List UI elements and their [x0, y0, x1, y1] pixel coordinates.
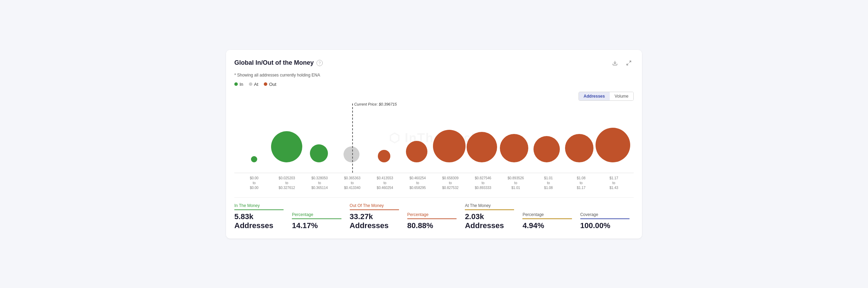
x-label-8: $0.827546to$0.893333: [467, 176, 499, 190]
toggle-addresses[interactable]: Addresses: [579, 92, 610, 100]
x-label-9: $0.893526to$1.01: [500, 176, 532, 190]
header-actions: [610, 58, 634, 68]
stat-label-at: At The Money: [465, 203, 514, 210]
bubble-col-8: [466, 132, 498, 162]
x-label-5: $0.413553to$0.460254: [368, 176, 401, 190]
bubble-col-7: [433, 130, 466, 162]
toggle-group: Addresses Volume: [579, 92, 634, 101]
bubble-col-4: [335, 146, 368, 162]
legend-label-at: At: [254, 82, 258, 87]
stat-value-at: 2.03k Addresses: [465, 212, 514, 230]
legend-out: Out: [264, 82, 276, 87]
stat-label-out: Out Of The Money: [350, 203, 399, 210]
x-label-12: $1.17to$1.43: [598, 176, 630, 190]
stat-value-out-pct: 80.88%: [407, 221, 457, 230]
stat-value-at-pct: 4.94%: [522, 221, 572, 230]
bubbles-container: [234, 104, 634, 162]
bubble-col-3: [303, 144, 336, 162]
bubble-9: [500, 134, 528, 162]
bubble-7: [433, 130, 466, 162]
x-label-3: $0.328050to$0.365114: [303, 176, 336, 190]
legend: In At Out: [234, 82, 634, 87]
bubble-4: [344, 146, 359, 162]
legend-dot-out: [264, 82, 267, 86]
bubble-12: [596, 128, 630, 162]
x-label-4: $0.365363to$0.413340: [336, 176, 368, 190]
stat-out-pct: Percentage 80.88%: [403, 212, 461, 230]
bubble-col-11: [563, 134, 596, 162]
stat-label-in-pct: Percentage: [292, 212, 341, 219]
page-title: Global In/Out of the Money: [234, 59, 314, 66]
x-label-2: $0.025203to$0.327612: [270, 176, 303, 190]
x-label-11: $1.08to$1.17: [565, 176, 597, 190]
x-label-1: $0.00to$0.00: [238, 176, 270, 190]
legend-label-out: Out: [269, 82, 276, 87]
stat-coverage: Coverage 100.00%: [576, 212, 634, 230]
stat-value-out: 33.27k Addresses: [350, 212, 399, 230]
legend-dot-in: [234, 82, 238, 86]
bubble-col-1: [238, 156, 270, 162]
toggle-volume[interactable]: Volume: [610, 92, 633, 100]
stat-value-coverage: 100.00%: [580, 221, 630, 230]
bubble-3: [310, 144, 328, 162]
toolbar: Addresses Volume: [234, 92, 634, 101]
legend-at: At: [249, 82, 258, 87]
bubble-col-6: [400, 141, 433, 162]
download-icon[interactable]: [610, 58, 620, 68]
bubble-col-9: [498, 134, 531, 162]
help-icon[interactable]: ?: [316, 60, 323, 66]
stat-at-the-money: At The Money 2.03k Addresses: [461, 203, 518, 230]
bubble-11: [565, 134, 593, 162]
svg-line-2: [627, 63, 628, 65]
bubble-6: [406, 141, 427, 162]
stat-label-out-pct: Percentage: [407, 212, 457, 219]
stat-label-coverage: Coverage: [580, 212, 630, 219]
bubble-2: [271, 131, 302, 162]
expand-icon[interactable]: [624, 58, 634, 68]
header: Global In/Out of the Money ?: [234, 58, 634, 68]
legend-dot-at: [249, 82, 252, 86]
legend-label-in: In: [240, 82, 243, 87]
stat-label-at-pct: Percentage: [522, 212, 572, 219]
stat-in-the-money: In The Money 5.83k Addresses: [234, 203, 288, 230]
stat-at-pct: Percentage 4.94%: [518, 212, 576, 230]
svg-line-1: [629, 61, 631, 63]
x-label-7: $0.658309to$0.827532: [434, 176, 467, 190]
bubble-8: [467, 132, 497, 162]
bubble-col-2: [270, 131, 303, 162]
bubble-col-12: [596, 128, 630, 162]
bubble-col-10: [530, 136, 563, 162]
header-left: Global In/Out of the Money ?: [234, 59, 323, 66]
x-axis: $0.00to$0.00 $0.025203to$0.327612 $0.328…: [234, 173, 634, 190]
stat-label-in: In The Money: [234, 203, 284, 210]
x-label-10: $1.01to$1.08: [532, 176, 565, 190]
current-price-label: Current Price: $0.396715: [354, 102, 397, 106]
stat-value-in: 5.83k Addresses: [234, 212, 284, 230]
bubble-col-5: [368, 150, 400, 162]
bubble-1: [251, 156, 257, 162]
legend-in: In: [234, 82, 243, 87]
x-label-6: $0.460254to$0.658295: [401, 176, 434, 190]
bubble-10: [533, 136, 560, 162]
stat-in-pct: Percentage 14.17%: [288, 212, 345, 230]
stats-row: In The Money 5.83k Addresses Percentage …: [234, 197, 634, 230]
subtitle: * Showing all addresses currently holdin…: [234, 73, 634, 78]
chart-area: ⬡ InTheBlock Current Price: $0.396715: [234, 104, 634, 173]
current-price-line: Current Price: $0.396715: [352, 104, 353, 173]
stat-value-in-pct: 14.17%: [292, 221, 341, 230]
stat-out-the-money: Out Of The Money 33.27k Addresses: [346, 203, 403, 230]
bubble-5: [378, 150, 390, 162]
main-card: Global In/Out of the Money ? * Showing a…: [226, 50, 642, 238]
